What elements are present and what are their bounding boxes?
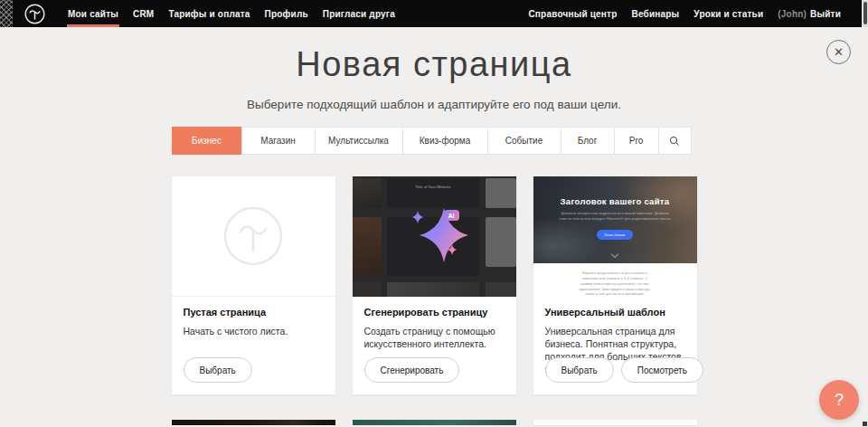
card-title: Пустая страница xyxy=(184,307,324,318)
template-preview-subheading-text: Добавьте интересные подробности о вашей … xyxy=(533,211,697,222)
tab-quiz-form-label: Квиз-форма xyxy=(420,136,470,146)
tab-shop[interactable]: Магазин xyxy=(241,127,316,155)
choose-blank-button[interactable]: Выбрать xyxy=(184,357,252,383)
top-navigation-bar: Мои сайты CRM Тарифы и оплата Профиль Пр… xyxy=(0,0,868,27)
chevron-down-icon xyxy=(611,251,618,258)
card-buttons: Выбрать xyxy=(184,357,252,383)
nav-profile[interactable]: Профиль xyxy=(258,0,316,27)
page-scrollbar[interactable] xyxy=(862,0,868,27)
template-preview-cta-button: Узнать больше xyxy=(597,230,633,240)
card-description: Начать с чистого листа. xyxy=(184,325,321,337)
tilda-logo[interactable] xyxy=(24,4,45,24)
choose-template-button[interactable]: Выбрать xyxy=(545,357,614,383)
card-body: Пустая страница Начать с чистого листа. xyxy=(172,297,335,337)
tab-multilink-label: Мультиссылка xyxy=(328,136,389,146)
ai-badge: AI xyxy=(444,210,459,221)
page-title: Новая страница xyxy=(0,27,868,84)
tab-business[interactable]: Бизнес xyxy=(172,127,242,155)
nav-invite-friend-label: Пригласи друга xyxy=(323,9,395,19)
template-preview-heading: Заголовок вашего сайта xyxy=(533,176,697,206)
card-universal-template[interactable]: Заголовок вашего сайта Добавьте интересн… xyxy=(533,176,697,394)
nav-pricing-label: Тарифы и оплата xyxy=(168,9,250,19)
tab-blog[interactable]: Блог xyxy=(561,127,615,155)
template-preview-text-block: Коротко представьтесь и расскажите о ком… xyxy=(533,263,697,297)
nav-profile-label: Профиль xyxy=(265,9,308,19)
card-title: Сгенерировать страницу xyxy=(364,307,505,318)
ai-generate-thumbnail: Title of Your Website xyxy=(353,176,516,297)
tab-shop-label: Магазин xyxy=(260,136,296,146)
nav-my-sites[interactable]: Мои сайты xyxy=(61,0,126,27)
scrollbar-thumb[interactable] xyxy=(863,2,867,24)
nav-my-sites-label: Мои сайты xyxy=(68,9,118,19)
new-page-dialog: ✕ Новая страница Выберите подходящий шаб… xyxy=(0,27,868,427)
template-cards-row: Пустая страница Начать с чистого листа. … xyxy=(172,176,697,394)
template-preview-cta-label: Узнать больше xyxy=(604,233,625,237)
nav-help-center[interactable]: Справочный центр xyxy=(521,0,624,27)
template-preview-body-text: Коротко представьтесь и расскажите о ком… xyxy=(533,270,697,297)
card-blank-page[interactable]: Пустая страница Начать с чистого листа. … xyxy=(172,176,335,394)
tab-search[interactable] xyxy=(658,127,692,155)
account-name: (John) xyxy=(778,9,807,19)
tab-blog-label: Блог xyxy=(578,136,598,146)
card-title: Универсальный шаблон xyxy=(545,307,685,318)
tab-quiz-form[interactable]: Квиз-форма xyxy=(402,127,488,155)
card-buttons: Выбрать Посмотреть xyxy=(545,357,703,383)
main-nav: Мои сайты CRM Тарифы и оплата Профиль Пр… xyxy=(61,0,402,27)
nav-account-logout[interactable]: (John) Выйти xyxy=(770,0,848,27)
preview-template-button[interactable]: Посмотреть xyxy=(621,357,703,383)
generate-button[interactable]: Сгенерировать xyxy=(364,357,460,383)
nav-pricing[interactable]: Тарифы и оплата xyxy=(161,0,257,27)
logout-link: Выйти xyxy=(810,9,841,19)
nav-webinars[interactable]: Вебинары xyxy=(625,0,687,27)
tilda-watermark-icon xyxy=(222,204,285,268)
tab-pro[interactable]: Pro xyxy=(614,127,659,155)
edge-pattern-decoration xyxy=(0,0,13,27)
page-subtitle: Выберите подходящий шаблон и адаптируйте… xyxy=(0,98,868,111)
tilda-logo-icon xyxy=(24,4,45,24)
close-button[interactable]: ✕ xyxy=(826,40,851,64)
card-buttons: Сгенерировать xyxy=(364,357,460,383)
search-icon xyxy=(669,136,680,147)
template-card-partial[interactable] xyxy=(172,420,335,425)
scrollbar-corner-mark xyxy=(863,422,867,426)
nav-lessons-label: Уроки и статьи xyxy=(693,9,763,19)
tab-pro-label: Pro xyxy=(629,136,644,146)
nav-lessons[interactable]: Уроки и статьи xyxy=(686,0,770,27)
blank-page-thumbnail xyxy=(172,176,335,297)
help-button[interactable]: ? xyxy=(819,380,859,420)
secondary-nav: Справочный центр Вебинары Уроки и статьи… xyxy=(521,0,848,27)
nav-crm[interactable]: CRM xyxy=(126,0,161,27)
card-body: Сгенерировать страницу Создать страницу … xyxy=(353,297,516,350)
next-template-row xyxy=(172,420,697,425)
tab-business-label: Бизнес xyxy=(192,136,222,146)
template-card-partial[interactable] xyxy=(533,420,697,425)
universal-template-thumbnail: Заголовок вашего сайта Добавьте интересн… xyxy=(533,176,697,297)
template-card-partial[interactable] xyxy=(353,420,516,425)
card-ai-generate[interactable]: Title of Your Website xyxy=(353,176,516,394)
tab-event[interactable]: Событие xyxy=(487,127,561,155)
template-cover-photo: Заголовок вашего сайта Добавьте интересн… xyxy=(533,176,697,263)
nav-crm-label: CRM xyxy=(133,9,154,19)
template-preview-subheading: Добавьте интересные подробности о вашей … xyxy=(533,211,697,232)
nav-webinars-label: Вебинары xyxy=(632,9,680,19)
nav-help-center-label: Справочный центр xyxy=(528,9,617,19)
nav-invite-friend[interactable]: Пригласи друга xyxy=(316,0,402,27)
tab-multilink[interactable]: Мультиссылка xyxy=(315,127,403,155)
ai-sparkle-icon xyxy=(353,176,516,297)
close-icon: ✕ xyxy=(834,46,844,58)
tab-event-label: Событие xyxy=(505,136,542,146)
help-question-icon: ? xyxy=(835,391,844,410)
card-description: Создать страницу с помощью искусственног… xyxy=(364,325,502,350)
template-category-tabs: Бизнес Магазин Мультиссылка Квиз-форма С… xyxy=(172,127,697,155)
